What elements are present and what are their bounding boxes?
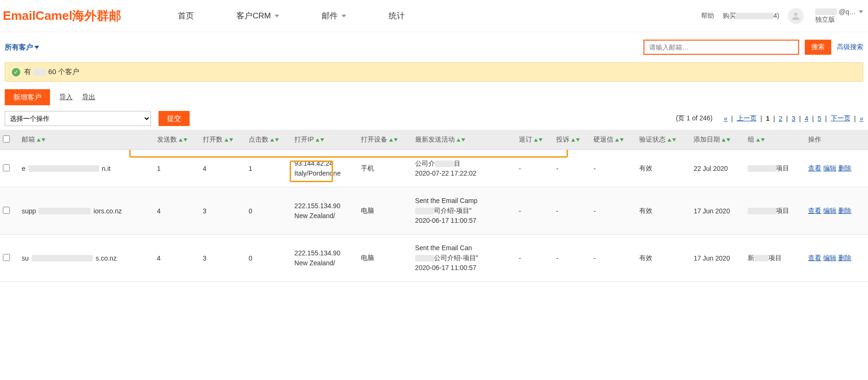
nav-crm[interactable]: 客户CRM [236, 10, 279, 21]
col-unsubscribe[interactable]: 退订 [516, 130, 553, 150]
unsub-cell: - [516, 187, 553, 235]
col-open[interactable]: 打开数 [200, 130, 246, 150]
col-hard-bounce[interactable]: 硬退信 [591, 130, 636, 150]
brand-logo[interactable]: EmailCamel海外群邮 [0, 8, 140, 24]
table-row: en.it 1 4 1 93.144.42.24Italy/Pordenone … [0, 150, 868, 187]
nav-crm-label: 客户CRM [236, 10, 271, 21]
redacted-segment [32, 255, 93, 262]
pager-page-3[interactable]: 3 [792, 115, 795, 122]
nav-home[interactable]: 首页 [178, 10, 194, 21]
submit-button[interactable]: 提交 [159, 111, 190, 126]
col-open-ip-label: 打开IP [294, 135, 314, 143]
nav-stats[interactable]: 统计 [389, 10, 405, 21]
view-link[interactable]: 查看 [808, 254, 821, 262]
redacted-segment [33, 69, 46, 76]
col-verify[interactable]: 验证状态 [636, 130, 691, 150]
export-link[interactable]: 导出 [82, 93, 95, 101]
col-complain[interactable]: 投诉 [553, 130, 591, 150]
nav-stats-label: 统计 [389, 10, 405, 21]
edit-link[interactable]: 编辑 [823, 254, 836, 262]
help-link[interactable]: 帮助 [701, 12, 714, 20]
pager-info: (页 1 of 246) [676, 114, 713, 123]
col-add-date[interactable]: 添加日期 [691, 130, 745, 150]
edit-link[interactable]: 编辑 [823, 164, 836, 172]
sent-cell: 1 [154, 150, 200, 187]
email-suffix: s.co.nz [96, 254, 117, 262]
open-cell: 3 [200, 235, 246, 282]
pager-prev[interactable]: 上一页 [737, 114, 757, 123]
search-button[interactable]: 搜索 [805, 40, 831, 55]
pager-info-mid: 1 of 246 [686, 114, 710, 122]
col-email[interactable]: 邮箱 [19, 130, 154, 150]
col-click[interactable]: 点击数 [246, 130, 292, 150]
pager-last[interactable]: » [860, 115, 863, 122]
unsub-cell: - [516, 150, 553, 187]
row-checkbox[interactable] [3, 164, 10, 171]
col-sent[interactable]: 发送数 [154, 130, 200, 150]
col-group[interactable]: 组 [745, 130, 805, 150]
nav-mail[interactable]: 邮件 [322, 10, 346, 21]
subbar: 所有客户 搜索 高级搜索 [0, 32, 868, 62]
buy-suffix: 4) [774, 12, 779, 19]
click-cell: 0 [246, 235, 292, 282]
pager-page-4[interactable]: 4 [805, 115, 809, 122]
import-link[interactable]: 导入 [59, 93, 73, 101]
sort-icon [225, 138, 233, 142]
redacted-segment [748, 165, 776, 172]
sent-cell: 4 [154, 187, 200, 235]
search-input[interactable] [643, 40, 799, 55]
delete-link[interactable]: 删除 [838, 207, 851, 214]
all-customers-dropdown[interactable]: 所有客户 [5, 43, 39, 52]
redacted-segment [415, 255, 434, 262]
account-block[interactable]: @q… 独立版 [815, 8, 863, 24]
ip-cell: 222.155.134.90New Zealand/ [294, 201, 355, 221]
hard-bounce-cell: - [591, 150, 636, 187]
delete-link[interactable]: 删除 [838, 164, 851, 172]
pager-first[interactable]: « [724, 115, 727, 122]
sort-icon [571, 138, 580, 142]
col-email-label: 邮箱 [22, 135, 35, 143]
activity-cell: Sent the Email Can公司介绍-项目"2020-06-17 11:… [415, 243, 491, 273]
col-hard-bounce-label: 硬退信 [593, 135, 613, 143]
group-cell: 新项目 [745, 235, 805, 282]
edit-link[interactable]: 编辑 [823, 207, 836, 214]
email-cell[interactable]: en.it [22, 165, 151, 172]
sort-icon [615, 138, 624, 142]
col-open-ip[interactable]: 打开IP [292, 130, 358, 150]
verify-cell: 有效 [636, 235, 691, 282]
click-cell: 0 [246, 187, 292, 235]
col-verify-label: 验证状态 [639, 135, 666, 143]
search-area: 搜索 高级搜索 [643, 40, 863, 55]
view-link[interactable]: 查看 [808, 207, 821, 214]
pager-next[interactable]: 下一页 [831, 114, 851, 123]
bulk-action-select[interactable]: 选择一个操作 [5, 111, 151, 126]
sort-icon [457, 138, 465, 142]
pager-info-suffix: ) [710, 114, 713, 122]
toolbar: 新增客户 导入 导出 [0, 89, 868, 111]
buy-link[interactable]: 购买4) [723, 12, 779, 20]
activity-cell: Sent the Email Camp司介绍-项目"2020-06-17 11:… [415, 196, 491, 226]
chevron-down-icon [859, 10, 863, 13]
email-cell[interactable]: suppiors.co.nz [22, 207, 151, 215]
click-cell: 1 [246, 150, 292, 187]
chevron-down-icon [275, 15, 279, 17]
col-open-device[interactable]: 打开设备 [358, 130, 412, 150]
sort-icon [37, 138, 45, 142]
select-all-checkbox[interactable] [3, 135, 10, 143]
ip-cell: 222.155.134.90New Zealand/ [294, 248, 355, 268]
view-link[interactable]: 查看 [808, 164, 821, 172]
email-cell[interactable]: sus.co.nz [22, 254, 151, 262]
pager-page-5[interactable]: 5 [818, 115, 821, 122]
redacted-segment [748, 208, 776, 214]
add-customer-button[interactable]: 新增客户 [5, 89, 50, 105]
pager-page-2[interactable]: 2 [779, 115, 783, 122]
col-last-activity[interactable]: 最新发送活动 [412, 130, 516, 150]
delete-link[interactable]: 删除 [838, 254, 851, 262]
avatar[interactable] [788, 8, 804, 24]
account-suffix: @q… [839, 8, 856, 16]
row-checkbox[interactable] [3, 254, 10, 261]
advanced-search-link[interactable]: 高级搜索 [837, 43, 863, 51]
customer-table: 邮箱 发送数 打开数 点击数 打开IP 打开设备 最新发送活动 退订 投诉 硬退… [0, 130, 868, 282]
row-checkbox[interactable] [3, 207, 10, 214]
table-body: en.it 1 4 1 93.144.42.24Italy/Pordenone … [0, 150, 868, 282]
